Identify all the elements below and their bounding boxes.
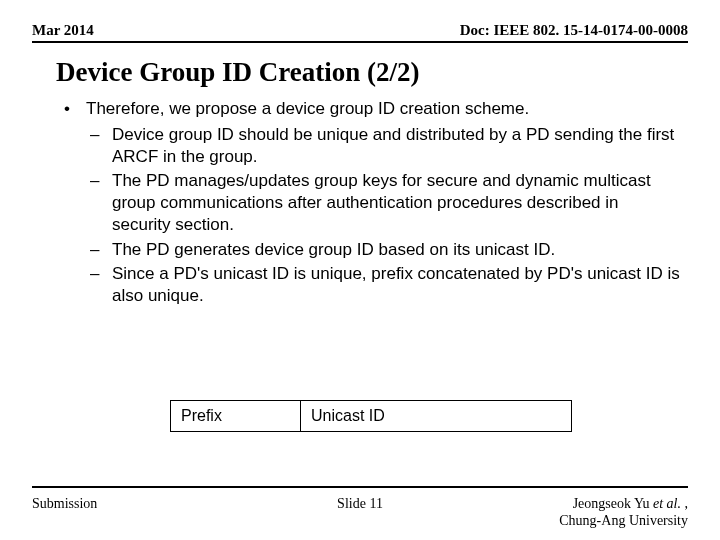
author-after: , (681, 496, 688, 511)
sub-bullet: – Since a PD's unicast ID is unique, pre… (86, 263, 680, 307)
sub-bullets: – Device group ID should be unique and d… (56, 124, 680, 307)
bullet-main: • Therefore, we propose a device group I… (56, 98, 680, 120)
prefix-cell: Prefix (171, 401, 301, 431)
content: • Therefore, we propose a device group I… (0, 98, 720, 307)
header-date: Mar 2014 (32, 22, 94, 39)
sub-bullet: – The PD manages/updates group keys for … (86, 170, 680, 236)
bullet-mark: • (56, 98, 86, 120)
header: Mar 2014 Doc: IEEE 802. 15-14-0174-00-00… (0, 0, 720, 39)
footer-center: Slide 11 (337, 496, 383, 512)
footer-right: Jeongseok Yu et al. , Chung-Ang Universi… (559, 496, 688, 530)
sub-bullet: – Device group ID should be unique and d… (86, 124, 680, 168)
dash-icon: – (86, 170, 112, 236)
dash-icon: – (86, 239, 112, 261)
sub-text: Device group ID should be unique and dis… (112, 124, 680, 168)
page-title: Device Group ID Creation (2/2) (0, 43, 720, 98)
footer-left: Submission (32, 496, 97, 512)
dash-icon: – (86, 263, 112, 307)
bullet-text: Therefore, we propose a device group ID … (86, 98, 680, 120)
sub-bullet: – The PD generates device group ID based… (86, 239, 680, 261)
author-ital: et al. (653, 496, 681, 511)
header-doc: Doc: IEEE 802. 15-14-0174-00-0008 (460, 22, 688, 39)
footer-rule (32, 486, 688, 488)
footer-affiliation: Chung-Ang University (559, 513, 688, 530)
dash-icon: – (86, 124, 112, 168)
author-before: Jeongseok Yu (573, 496, 653, 511)
sub-text: The PD generates device group ID based o… (112, 239, 680, 261)
sub-text: The PD manages/updates group keys for se… (112, 170, 680, 236)
sub-text: Since a PD's unicast ID is unique, prefi… (112, 263, 680, 307)
footer: Submission Slide 11 Jeongseok Yu et al. … (32, 496, 688, 530)
footer-author: Jeongseok Yu et al. , (559, 496, 688, 513)
id-structure-diagram: Prefix Unicast ID (170, 400, 572, 432)
unicast-cell: Unicast ID (301, 401, 571, 431)
